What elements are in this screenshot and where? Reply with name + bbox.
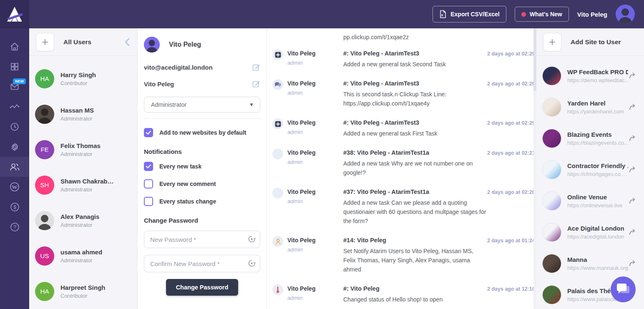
confirm-password-field[interactable] [144, 255, 260, 272]
user-role: Contributor [60, 80, 96, 86]
activity-entry[interactable]: Vito Pelegadmin#37: Vito Peleg - AtarimT… [272, 188, 536, 226]
svg-text:x: x [441, 13, 443, 17]
whats-new-button[interactable]: What's New [515, 7, 569, 22]
sidebar-item-inbox[interactable]: NEW [0, 77, 29, 97]
chat-widget-button[interactable] [611, 276, 636, 302]
scrollbar[interactable] [533, 28, 536, 309]
sidebar-item-help[interactable]: ? [0, 217, 29, 237]
edit-email-icon[interactable] [252, 63, 260, 71]
user-list-item[interactable]: HAHarry SinghContributor [29, 61, 137, 96]
open-site-arrow-icon[interactable] [628, 228, 637, 236]
checkbox-icon[interactable] [144, 197, 153, 206]
open-site-arrow-icon[interactable] [628, 197, 637, 205]
avatar-initials: HA [40, 288, 49, 295]
sidebar-item-home[interactable] [0, 37, 29, 57]
activity-role: admin [287, 246, 338, 253]
activity-entry[interactable]: pp.clickup.com/t/1xqae2z [272, 32, 536, 42]
sidebar-item-activity[interactable] [0, 97, 29, 117]
checkbox-row[interactable]: Every status change [144, 197, 260, 206]
user-avatar: US [35, 246, 54, 266]
user-role: Administrator [60, 257, 102, 264]
checkbox-row[interactable]: Every new comment [144, 179, 260, 188]
user-list-item[interactable]: Alex PanagisAdministrator [29, 203, 137, 238]
password-generate-icon[interactable] [248, 259, 256, 269]
activity-title: #: Vito Peleg [343, 285, 487, 292]
open-site-arrow-icon[interactable] [628, 72, 637, 80]
site-url: https://cfmortgages.co.… [567, 171, 628, 177]
avatar-initials: SH [40, 181, 49, 188]
activity-timestamp: 2 days ago at 02:21 pm [487, 148, 536, 156]
site-list-item[interactable]: Ace Digital Londonhttps://acedigital.lon… [536, 216, 644, 248]
atarim-logo-icon [5, 5, 24, 24]
sidebar-item-time[interactable] [0, 117, 29, 137]
user-list-item[interactable]: SHShawn Chakrab…Administrator [29, 167, 137, 203]
sidebar-item-users[interactable] [0, 157, 29, 177]
user-list-item[interactable]: USusama ahmedAdministrator [29, 238, 137, 274]
user-list-item[interactable]: FEFelix ThomasAdministrator [29, 132, 137, 167]
role-select-value: Administrator [151, 101, 186, 108]
add-site-button[interactable] [543, 33, 561, 51]
change-password-button[interactable]: Change Password [166, 279, 239, 296]
checkbox-row[interactable]: Add to new websites by default [144, 128, 260, 137]
edit-name-icon[interactable] [252, 80, 260, 88]
site-list: WP FeedBack PRO D…https://demo.wpfeedbac… [536, 56, 644, 309]
topbar-avatar[interactable] [616, 5, 635, 24]
open-site-arrow-icon[interactable] [628, 134, 637, 143]
site-thumbnail [542, 98, 561, 117]
site-list-item[interactable]: Contractor Friendly …https://cfmortgages… [536, 154, 644, 185]
site-list-item[interactable]: Mannahttps://www.mannauk.org [536, 248, 644, 279]
atarim-logo[interactable] [0, 0, 29, 28]
topbar-user-name: Vito Peleg [577, 11, 607, 18]
activity-entry[interactable]: Vito Pelegadmin#: Vito Peleg - AtarimTes… [272, 118, 536, 138]
site-list-item[interactable]: Blazing Eventshttps://blazingevents.co… [536, 123, 644, 154]
sidebar-item-billing[interactable]: $ [0, 197, 29, 217]
activity-entry[interactable]: Vito Pelegadmin#: Vito Peleg - AtarimTes… [272, 79, 536, 108]
export-csv-button[interactable]: x Export CSV/Excel [433, 6, 506, 23]
checkbox-row[interactable]: Every new task [144, 162, 260, 171]
home-icon [10, 42, 20, 52]
add-user-button[interactable] [36, 33, 54, 51]
site-thumbnail [542, 254, 561, 273]
site-name: Yarden Harel [567, 100, 624, 107]
email-field-row: vito@acedigital.london [144, 63, 260, 71]
avatar-initials: FE [40, 146, 48, 153]
sidebar-item-projects-grid[interactable] [0, 57, 29, 77]
activity-user: Vito Peleg [287, 119, 338, 126]
activity-entry[interactable]: Vito Pelegadmin#: Vito PelegChanged stat… [272, 284, 536, 304]
sidebar-item-wordpress[interactable]: W [0, 177, 29, 197]
role-select[interactable]: Administrator ▼ [144, 97, 260, 113]
user-list-item[interactable]: HAHarpreet SinghContributor [29, 274, 137, 309]
site-name: Manna [567, 256, 628, 263]
collapse-panel-chevron-icon[interactable] [124, 38, 131, 47]
checkbox-icon[interactable] [144, 179, 153, 188]
user-name: Felix Thomas [60, 142, 101, 149]
site-list-item[interactable]: Online Venuehttps://onlinevenue.live [536, 185, 644, 216]
users-panel-header: All Users [29, 28, 137, 56]
activity-entry[interactable]: Vito Pelegadmin#: Vito Peleg - AtarimTes… [272, 49, 536, 69]
open-site-arrow-icon[interactable] [628, 259, 637, 268]
password-generate-icon[interactable] [248, 235, 256, 245]
checkbox-checked-icon[interactable] [144, 128, 153, 137]
user-list-item[interactable]: Hassan MSAdministrator [29, 96, 137, 132]
sites-panel: Add Site to User WP FeedBack PRO D…https… [536, 28, 644, 309]
sidebar-item-settings[interactable] [0, 137, 29, 157]
site-thumbnail [542, 191, 561, 211]
activity-user: Vito Peleg [287, 50, 338, 57]
activity-comments-icon [272, 79, 283, 90]
open-site-arrow-icon[interactable] [628, 166, 637, 174]
user-name: Harpreet Singh [60, 284, 106, 291]
new-password-field[interactable] [144, 231, 260, 248]
activity-body: Added a new task Can we please add a quo… [343, 198, 487, 226]
checkbox-checked-icon[interactable] [144, 162, 153, 171]
open-site-arrow-icon[interactable] [628, 103, 637, 111]
activity-entry[interactable]: Vito Pelegadmin#38: Vito Peleg - AtarimT… [272, 148, 536, 177]
activity-entry[interactable]: Vito Pelegadmin#14: Vito PelegSet Notify… [272, 236, 536, 274]
whats-new-dot-icon [521, 12, 526, 17]
user-avatar: SH [35, 176, 54, 195]
site-list-item[interactable]: WP FeedBack PRO D…https://demo.wpfeedbac… [536, 60, 644, 91]
user-detail-panel: Vito Peleg vito@acedigital.london Vito P… [138, 28, 267, 309]
svg-text:W: W [12, 184, 18, 190]
activity-user: Vito Peleg [287, 285, 338, 292]
site-list-item[interactable]: Yarden Harelhttps://yardenharel.com [536, 91, 644, 123]
change-password-title: Change Password [144, 217, 260, 224]
